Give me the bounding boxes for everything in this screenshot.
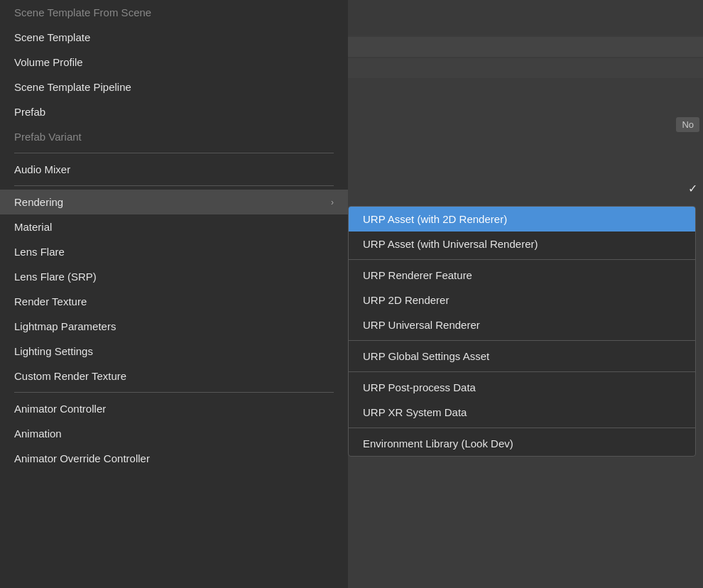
menu-item-label: Prefab Variant (14, 131, 82, 143)
right-menu-item-urp-renderer-feature[interactable]: URP Renderer Feature (349, 263, 695, 288)
left-menu-item-animation[interactable]: Animation (0, 421, 348, 446)
left-menu-item-scene-template[interactable]: Scene Template (0, 25, 348, 50)
left-menu-item-custom-render-texture[interactable]: Custom Render Texture (0, 364, 348, 388)
left-menu-item-rendering[interactable]: Rendering› (0, 190, 348, 214)
left-menu-item-lens-flare-srp[interactable]: Lens Flare (SRP) (0, 264, 348, 289)
menu-item-label: Animator Override Controller (14, 452, 150, 464)
left-menu-item-material[interactable]: Material (0, 214, 348, 239)
left-menu-item-volume-profile[interactable]: Volume Profile (0, 50, 348, 75)
right-menu-item-urp-asset-with-universal-renderer[interactable]: URP Asset (with Universal Renderer) (349, 232, 695, 256)
right-menu-item-urp-asset-with-2d-renderer[interactable]: URP Asset (with 2D Renderer) (349, 207, 695, 232)
left-menu-item-prefab[interactable]: Prefab (0, 99, 348, 124)
right-bg-bar2 (348, 58, 703, 78)
left-divider-5 (14, 153, 334, 153)
top-item: Scene Template From Scene (0, 0, 348, 25)
left-menu-item-animator-controller[interactable]: Animator Controller (0, 396, 348, 421)
right-divider-8 (349, 371, 695, 372)
right-menu-item-urp-2d-renderer[interactable]: URP 2D Renderer (349, 288, 695, 312)
right-bg-top (348, 0, 703, 36)
right-bg-bar1 (348, 37, 703, 57)
left-menu-items: Scene TemplateVolume ProfileScene Templa… (0, 25, 348, 471)
menu-item-label: Scene Template Pipeline (14, 81, 131, 93)
left-menu: Scene Template From Scene Scene Template… (0, 0, 348, 588)
menu-item-label: Animation (14, 428, 62, 440)
right-menu-item-urp-universal-renderer[interactable]: URP Universal Renderer (349, 312, 695, 337)
menu-item-label: Scene Template (14, 31, 90, 43)
left-menu-item-lighting-settings[interactable]: Lighting Settings (0, 339, 348, 364)
left-menu-item-audio-mixer[interactable]: Audio Mixer (0, 157, 348, 182)
no-button[interactable]: No (676, 117, 699, 132)
left-divider-7 (14, 185, 334, 186)
right-menu-item-environment-library-look-dev[interactable]: Environment Library (Look Dev) (349, 431, 695, 456)
right-menu-item-urp-xr-system-data[interactable]: URP XR System Data (349, 400, 695, 425)
chevron-right-icon: › (331, 197, 334, 207)
left-menu-item-lens-flare[interactable]: Lens Flare (0, 239, 348, 264)
right-divider-11 (349, 428, 695, 428)
menu-item-label: Audio Mixer (14, 163, 70, 175)
menu-item-label: Render Texture (14, 295, 87, 307)
right-divider-2 (349, 259, 695, 260)
menu-item-label: Volume Profile (14, 56, 83, 68)
menu-item-label: Prefab (14, 106, 45, 118)
checkmark-icon: ✓ (688, 182, 697, 195)
menu-item-label: Material (14, 221, 52, 233)
menu-item-label: Rendering (14, 196, 63, 208)
right-menu-items: URP Asset (with 2D Renderer)URP Asset (w… (349, 207, 695, 456)
menu-item-label: Animator Controller (14, 403, 106, 415)
menu-item-label: Lens Flare (14, 246, 65, 258)
menu-item-label: Custom Render Texture (14, 370, 126, 382)
right-menu-item-urp-post-process-data[interactable]: URP Post-process Data (349, 375, 695, 400)
left-divider-16 (14, 392, 334, 393)
left-menu-item-prefab-variant: Prefab Variant (0, 124, 348, 149)
menu-item-label: Lightmap Parameters (14, 320, 116, 332)
main-container: Scene Template From Scene Scene Template… (0, 0, 703, 588)
menu-item-label: Lens Flare (SRP) (14, 271, 97, 283)
left-menu-item-render-texture[interactable]: Render Texture (0, 289, 348, 314)
menu-item-label: Lighting Settings (14, 345, 93, 357)
right-submenu: URP Asset (with 2D Renderer)URP Asset (w… (348, 206, 696, 457)
left-menu-item-scene-template-pipeline[interactable]: Scene Template Pipeline (0, 75, 348, 99)
right-menu-item-urp-global-settings-asset[interactable]: URP Global Settings Asset (349, 344, 695, 369)
left-menu-item-animator-override-controller[interactable]: Animator Override Controller (0, 446, 348, 471)
right-divider-6 (349, 340, 695, 341)
left-menu-item-lightmap-parameters[interactable]: Lightmap Parameters (0, 314, 348, 339)
